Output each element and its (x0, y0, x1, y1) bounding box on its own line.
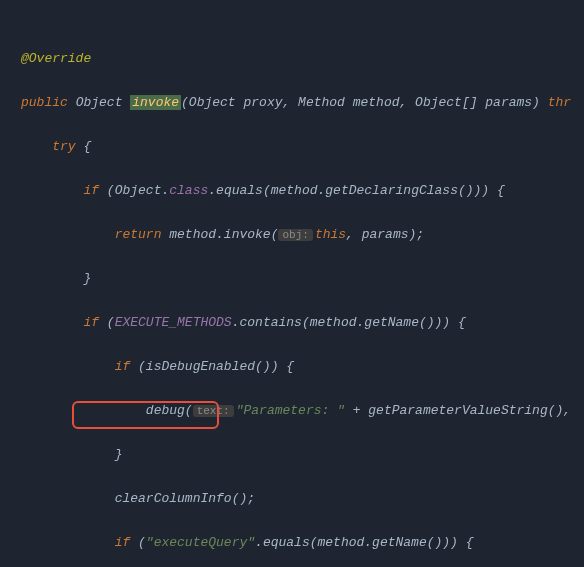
code-line: if ("executeQuery".equals(method.getName… (0, 532, 584, 554)
annotation: @Override (21, 51, 91, 66)
param-hint: obj: (278, 229, 312, 241)
code-line: debug(text:"Parameters: " + getParameter… (0, 400, 584, 422)
code-line: } (0, 268, 584, 290)
code-line: @Override (0, 48, 584, 70)
code-line: try { (0, 136, 584, 158)
code-line: public Object invoke(Object proxy, Metho… (0, 92, 584, 114)
code-editor[interactable]: @Override public Object invoke(Object pr… (0, 0, 584, 567)
code-line: if (Object.class.equals(method.getDeclar… (0, 180, 584, 202)
code-line: } (0, 444, 584, 466)
code-line: clearColumnInfo(); (0, 488, 584, 510)
code-line: return method.invoke(obj:this, params); (0, 224, 584, 246)
code-line: if (EXECUTE_METHODS.contains(method.getN… (0, 312, 584, 334)
const-execute-methods: EXECUTE_METHODS (115, 315, 232, 330)
code-line: if (isDebugEnabled()) { (0, 356, 584, 378)
param-hint: text: (193, 405, 234, 417)
method-invoke: invoke (130, 95, 181, 110)
